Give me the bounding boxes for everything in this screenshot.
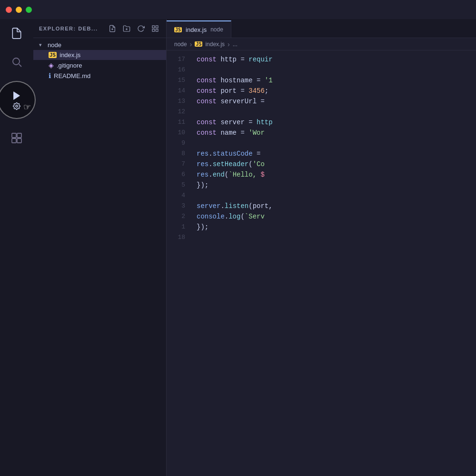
breadcrumb-node: node — [174, 41, 187, 48]
folder-arrow-icon: ▾ — [39, 42, 45, 48]
sidebar-item-explorer[interactable] — [7, 24, 26, 43]
filename-gitignore: .gitignore — [57, 62, 82, 69]
breadcrumb-filename: index.js — [205, 41, 225, 48]
line-num-4: 4 — [181, 190, 185, 201]
folder-name: node — [48, 41, 61, 49]
code-line-18 — [197, 232, 476, 243]
line-num-3: 3 — [181, 201, 185, 211]
line-num-6: 6 — [181, 169, 185, 180]
line-num-10: 10 — [178, 128, 185, 138]
file-tree: ▾ node JS index.js ◈ .gitignore ℹ README… — [33, 38, 166, 476]
code-line-8: res.statusCode = — [197, 149, 476, 159]
sidebar-header: EXPLORER: DEB... — [33, 19, 166, 38]
titlebar — [0, 0, 476, 19]
tab-js-icon: JS — [174, 27, 182, 32]
line-num-12: 12 — [178, 107, 185, 117]
new-folder-button[interactable] — [121, 23, 132, 34]
svg-point-0 — [13, 58, 20, 65]
sidebar-item-extensions[interactable] — [7, 129, 26, 148]
breadcrumb-ellipsis: ... — [233, 41, 238, 48]
code-line-15: const hostname = '1 — [197, 75, 476, 86]
line-num-5: 5 — [181, 180, 185, 190]
sidebar-actions — [107, 23, 160, 34]
svg-rect-6 — [12, 139, 16, 143]
svg-rect-5 — [17, 133, 21, 138]
line-num-8: 8 — [181, 149, 185, 159]
line-num-7: 7 — [181, 159, 185, 169]
folder-node[interactable]: ▾ node — [33, 40, 166, 50]
app-container: ☞ EXPLORER: DEB... — [0, 19, 476, 476]
run-debug-inner — [11, 90, 22, 110]
code-line-2: console.log(`Serv — [197, 211, 476, 222]
line-num-16: 16 — [178, 65, 185, 75]
code-line-13: const serverUrl = — [197, 96, 476, 107]
svg-rect-15 — [152, 29, 155, 31]
line-num-11: 11 — [178, 117, 185, 128]
activity-bar: ☞ — [0, 19, 33, 476]
breadcrumb-sep-1: › — [190, 40, 192, 48]
svg-rect-13 — [156, 26, 158, 28]
svg-line-1 — [19, 64, 21, 67]
breadcrumb-js-icon: JS — [195, 41, 202, 47]
line-num-18: 18 — [178, 232, 185, 243]
code-line-11: const server = http — [197, 117, 476, 128]
svg-rect-14 — [156, 29, 158, 31]
filename-index-js: index.js — [60, 51, 80, 59]
run-debug-circle[interactable]: ☞ — [0, 81, 36, 119]
code-line-14: const port = 3456; — [197, 86, 476, 96]
code-line-10: const name = 'Wor — [197, 128, 476, 138]
code-editor[interactable]: 17 16 15 14 13 12 11 10 9 8 7 6 5 4 3 2 … — [167, 50, 476, 476]
svg-rect-4 — [12, 133, 16, 138]
line-num-9: 9 — [181, 138, 185, 149]
tab-context: node — [210, 26, 223, 33]
collapse-button[interactable] — [150, 23, 160, 34]
cursor-hand-icon: ☞ — [23, 102, 31, 112]
sidebar-item-search[interactable] — [7, 52, 26, 71]
run-debug-section: ☞ — [0, 81, 33, 119]
tab-bar: JS index.js node — [167, 19, 476, 38]
new-file-button[interactable] — [107, 23, 118, 34]
svg-rect-7 — [17, 139, 21, 143]
refresh-button[interactable] — [136, 23, 146, 34]
sidebar-title: EXPLORER: DEB... — [39, 26, 101, 31]
tab-filename: index.js — [186, 26, 207, 33]
breadcrumb-sep-2: › — [228, 40, 230, 48]
line-num-17: 17 — [178, 54, 185, 65]
line-numbers: 17 16 15 14 13 12 11 10 9 8 7 6 5 4 3 2 … — [167, 50, 193, 476]
line-num-14: 14 — [178, 86, 185, 96]
close-button[interactable] — [6, 7, 12, 13]
code-line-9 — [197, 138, 476, 149]
line-num-15: 15 — [178, 75, 185, 86]
code-line-5: }); — [197, 180, 476, 190]
file-gitignore[interactable]: ◈ .gitignore — [33, 60, 166, 70]
svg-marker-2 — [14, 91, 20, 99]
sidebar: EXPLORER: DEB... — [33, 19, 167, 476]
maximize-button[interactable] — [26, 7, 32, 13]
filename-readme: README.md — [54, 72, 90, 79]
code-line-4 — [197, 190, 476, 201]
code-line-7: res.setHeader('Co — [197, 159, 476, 169]
svg-point-3 — [16, 105, 18, 107]
tab-index-js[interactable]: JS index.js node — [167, 20, 231, 38]
git-file-icon: ◈ — [49, 61, 54, 69]
code-line-17: const http = requir — [197, 54, 476, 65]
js-file-icon: JS — [49, 52, 57, 58]
code-content: const http = requir const hostname = '1 … — [193, 50, 476, 476]
code-line-16 — [197, 65, 476, 75]
code-line-3: server.listen(port, — [197, 201, 476, 211]
line-num-13: 13 — [178, 96, 185, 107]
editor-area: JS index.js node node › JS index.js › ..… — [167, 19, 476, 476]
line-num-2: 2 — [181, 211, 185, 222]
code-line-6: res.end(`Hello, $ — [197, 169, 476, 180]
code-line-1: }); — [197, 222, 476, 232]
code-line-12 — [197, 107, 476, 117]
line-num-1: 1 — [181, 222, 185, 232]
svg-rect-12 — [152, 26, 155, 28]
info-file-icon: ℹ — [49, 72, 51, 79]
breadcrumb: node › JS index.js › ... — [167, 38, 476, 50]
file-index-js[interactable]: JS index.js — [33, 50, 166, 60]
file-readme[interactable]: ℹ README.md — [33, 70, 166, 81]
minimize-button[interactable] — [16, 7, 22, 13]
traffic-lights — [6, 7, 32, 13]
